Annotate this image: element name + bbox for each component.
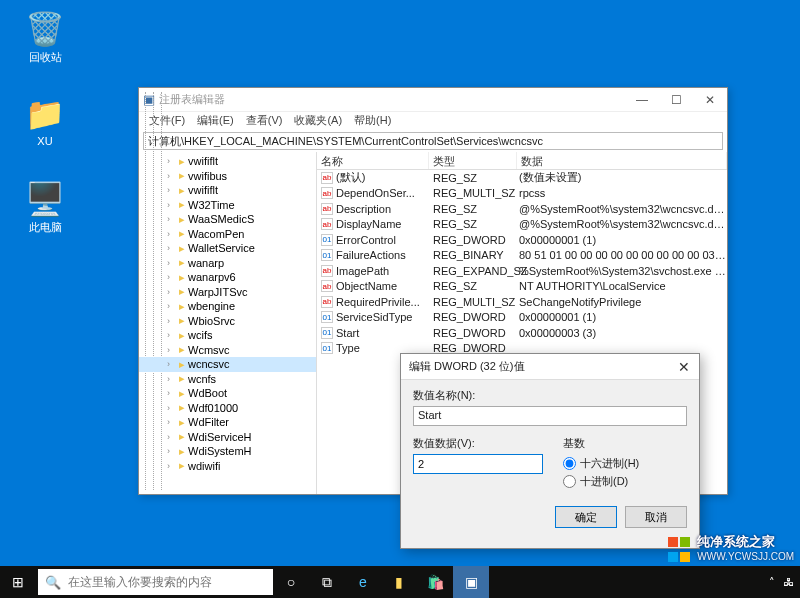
tree-item[interactable]: ›▸wbengine bbox=[139, 299, 316, 314]
watermark-logo bbox=[667, 536, 691, 560]
tree-item[interactable]: ›▸Wcmsvc bbox=[139, 343, 316, 358]
tree-item[interactable]: ›▸WbioSrvc bbox=[139, 314, 316, 329]
chevron-right-icon: › bbox=[167, 446, 170, 456]
folder-icon: ▸ bbox=[179, 387, 185, 400]
desktop-icon-recyclebin[interactable]: 🗑️ 回收站 bbox=[15, 10, 75, 65]
list-header[interactable]: 名称 类型 数据 bbox=[317, 152, 727, 170]
dialog-close-button[interactable]: ✕ bbox=[669, 359, 699, 375]
value-data: (数值未设置) bbox=[517, 170, 727, 185]
address-bar[interactable]: 计算机\HKEY_LOCAL_MACHINE\SYSTEM\CurrentCon… bbox=[143, 132, 723, 150]
cancel-button[interactable]: 取消 bbox=[625, 506, 687, 528]
edge-icon[interactable]: e bbox=[345, 566, 381, 598]
titlebar[interactable]: ▣ 注册表编辑器 — ☐ ✕ bbox=[139, 88, 727, 112]
close-button[interactable]: ✕ bbox=[693, 88, 727, 112]
value-data: %SystemRoot%\System32\svchost.exe -k Loc… bbox=[517, 265, 727, 277]
tree-item[interactable]: ›▸wdiwifi bbox=[139, 459, 316, 474]
menu-favorites[interactable]: 收藏夹(A) bbox=[288, 112, 348, 130]
tree-item[interactable]: ›▸WacomPen bbox=[139, 227, 316, 242]
folder-icon: ▸ bbox=[179, 198, 185, 211]
tree-item[interactable]: ›▸WdiSystemH bbox=[139, 444, 316, 459]
tree-pane[interactable]: ›▸vwififlt›▸vwifibus›▸vwififlt›▸W32Time›… bbox=[139, 152, 317, 494]
value-data: 0x00000003 (3) bbox=[517, 327, 727, 339]
tree-item[interactable]: ›▸W32Time bbox=[139, 198, 316, 213]
folder-icon: ▸ bbox=[179, 358, 185, 371]
value-row[interactable]: abDisplayNameREG_SZ@%SystemRoot%\system3… bbox=[317, 217, 727, 233]
tree-item[interactable]: ›▸wcifs bbox=[139, 328, 316, 343]
value-row[interactable]: abObjectNameREG_SZNT AUTHORITY\LocalServ… bbox=[317, 279, 727, 295]
tree-item[interactable]: ›▸wcnfs bbox=[139, 372, 316, 387]
chevron-right-icon: › bbox=[167, 171, 170, 181]
tree-item[interactable]: ›▸wanarp bbox=[139, 256, 316, 271]
chevron-right-icon: › bbox=[167, 359, 170, 369]
folder-icon: ▸ bbox=[179, 227, 185, 240]
menu-edit[interactable]: 编辑(E) bbox=[191, 112, 240, 130]
start-button[interactable]: ⊞ bbox=[0, 566, 36, 598]
system-tray[interactable]: ˄ 🖧 bbox=[763, 576, 800, 589]
task-view-icon[interactable]: ⧉ bbox=[309, 566, 345, 598]
tree-item[interactable]: ›▸WdiServiceH bbox=[139, 430, 316, 445]
value-row[interactable]: 01FailureActionsREG_BINARY80 51 01 00 00… bbox=[317, 248, 727, 264]
folder-icon: ▸ bbox=[179, 242, 185, 255]
tree-item[interactable]: ›▸WarpJITSvc bbox=[139, 285, 316, 300]
store-icon[interactable]: 🛍️ bbox=[417, 566, 453, 598]
tree-item[interactable]: ›▸vwififlt bbox=[139, 183, 316, 198]
chevron-right-icon: › bbox=[167, 432, 170, 442]
tree-item[interactable]: ›▸vwififlt bbox=[139, 154, 316, 169]
maximize-button[interactable]: ☐ bbox=[659, 88, 693, 112]
radio-hex[interactable] bbox=[563, 457, 576, 470]
value-data-input[interactable] bbox=[413, 454, 543, 474]
window-title: 注册表编辑器 bbox=[159, 92, 625, 107]
tree-item[interactable]: ›▸wanarpv6 bbox=[139, 270, 316, 285]
cortana-icon[interactable]: ○ bbox=[273, 566, 309, 598]
value-row[interactable]: 01ErrorControlREG_DWORD0x00000001 (1) bbox=[317, 232, 727, 248]
tree-item[interactable]: ›▸WalletService bbox=[139, 241, 316, 256]
value-name: Description bbox=[336, 203, 391, 215]
tree-item[interactable]: ›▸vwifibus bbox=[139, 169, 316, 184]
app-regedit-icon[interactable]: ▣ bbox=[453, 566, 489, 598]
string-value-icon: ab bbox=[321, 203, 333, 215]
tree-item[interactable]: ›▸WaaSMedicS bbox=[139, 212, 316, 227]
menu-help[interactable]: 帮助(H) bbox=[348, 112, 397, 130]
tree-item-label: wanarp bbox=[188, 257, 224, 269]
search-box[interactable]: 🔍 bbox=[38, 569, 273, 595]
value-data: rpcss bbox=[517, 187, 727, 199]
folder-icon: ▸ bbox=[179, 169, 185, 182]
folder-icon: ▸ bbox=[179, 445, 185, 458]
explorer-icon[interactable]: ▮ bbox=[381, 566, 417, 598]
minimize-button[interactable]: — bbox=[625, 88, 659, 112]
value-row[interactable]: abImagePathREG_EXPAND_SZ%SystemRoot%\Sys… bbox=[317, 263, 727, 279]
edit-dword-dialog: 编辑 DWORD (32 位)值 ✕ 数值名称(N): Start 数值数据(V… bbox=[400, 353, 700, 549]
tree-item[interactable]: ›▸WdBoot bbox=[139, 386, 316, 401]
value-row[interactable]: 01StartREG_DWORD0x00000003 (3) bbox=[317, 325, 727, 341]
value-row[interactable]: abDependOnSer...REG_MULTI_SZrpcss bbox=[317, 186, 727, 202]
chevron-right-icon: › bbox=[167, 403, 170, 413]
tray-network-icon[interactable]: 🖧 bbox=[783, 576, 794, 588]
value-row[interactable]: 01ServiceSidTypeREG_DWORD0x00000001 (1) bbox=[317, 310, 727, 326]
column-type[interactable]: 类型 bbox=[429, 152, 517, 169]
value-name: ServiceSidType bbox=[336, 311, 412, 323]
value-row[interactable]: ab(默认)REG_SZ(数值未设置) bbox=[317, 170, 727, 186]
value-name-field[interactable]: Start bbox=[413, 406, 687, 426]
tree-item[interactable]: ›▸wcncsvc bbox=[139, 357, 316, 372]
menu-view[interactable]: 查看(V) bbox=[240, 112, 289, 130]
tray-chevron-icon[interactable]: ˄ bbox=[769, 576, 775, 589]
radio-dec[interactable] bbox=[563, 475, 576, 488]
value-type: REG_SZ bbox=[429, 172, 517, 184]
value-type: REG_MULTI_SZ bbox=[429, 187, 517, 199]
tree-item[interactable]: ›▸Wdf01000 bbox=[139, 401, 316, 416]
tree-item-label: wdiwifi bbox=[188, 460, 220, 472]
tree-item-label: W32Time bbox=[188, 199, 235, 211]
value-data: SeChangeNotifyPrivilege bbox=[517, 296, 727, 308]
desktop-icon-xu-folder[interactable]: 📁 XU bbox=[15, 95, 75, 147]
ok-button[interactable]: 确定 bbox=[555, 506, 617, 528]
desktop-icon-thispc[interactable]: 🖥️ 此电脑 bbox=[15, 180, 75, 235]
column-name[interactable]: 名称 bbox=[317, 152, 429, 169]
column-data[interactable]: 数据 bbox=[517, 152, 727, 169]
tree-item-label: WarpJITSvc bbox=[188, 286, 248, 298]
tree-item[interactable]: ›▸WdFilter bbox=[139, 415, 316, 430]
value-row[interactable]: abDescriptionREG_SZ@%SystemRoot%\system3… bbox=[317, 201, 727, 217]
value-row[interactable]: abRequiredPrivile...REG_MULTI_SZSeChange… bbox=[317, 294, 727, 310]
search-input[interactable] bbox=[68, 575, 273, 589]
folder-icon: ▸ bbox=[179, 416, 185, 429]
folder-icon: ▸ bbox=[179, 155, 185, 168]
